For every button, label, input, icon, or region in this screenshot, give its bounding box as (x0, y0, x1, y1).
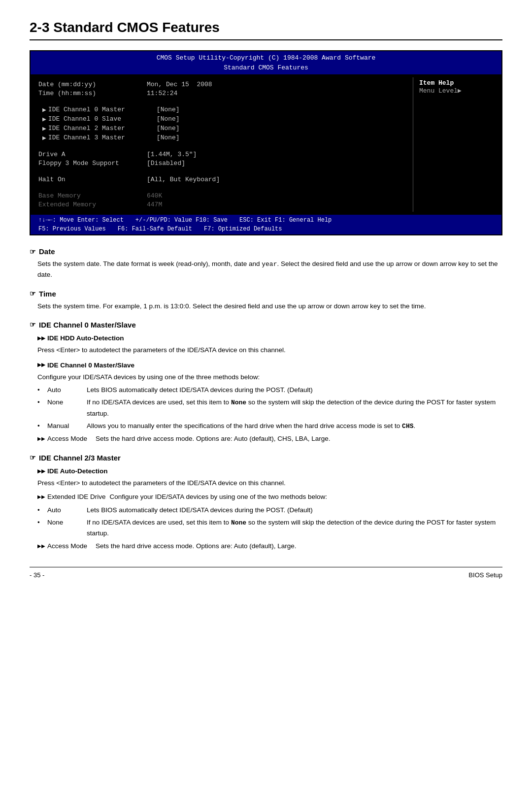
section-ide23-heading: IDE Channel 2/3 Master (30, 454, 502, 462)
bios-help-panel: Item Help Menu Level▶ (413, 77, 501, 212)
ide0-bullet-manual: • Manual Allows you to manually enter th… (37, 421, 502, 431)
ide23-extended-intro: Configure your IDE/SATA devices by using… (110, 492, 328, 502)
bios-date-value: Mon, Dec 15 2008 (147, 81, 212, 88)
bios-time-label: Time (hh:mm:ss) (38, 90, 147, 97)
ide0-bullet-auto: • Auto Lets BIOS automatically detect ID… (37, 385, 502, 395)
bios-extmem-label: Extended Memory (38, 201, 147, 208)
page-footer: - 35 - BIOS Setup (30, 567, 502, 579)
bios-drivea-label: Drive A (38, 151, 147, 158)
ide0-bullet-none: • None If no IDE/SATA devices are used, … (37, 397, 502, 419)
ide0-access-mode-row: Access Mode Sets the hard drive access m… (37, 433, 502, 444)
bios-ide0slave-label: IDE Channel 0 Slave (48, 115, 157, 123)
bios-header-line1: CMOS Setup Utility-Copyright (C) 1984-20… (31, 53, 501, 63)
ide0-autodetect-text: Press <Enter> to autodetect the paramete… (37, 345, 502, 356)
bios-ide3master-row: ▶ IDE Channel 3 Master [None] (38, 134, 405, 142)
bios-floppy3-value: [Disabled] (147, 160, 185, 167)
section-time-heading: Time (30, 290, 502, 298)
bios-footer-row1: ↑↓→←: Move Enter: Select +/-/PU/PD: Valu… (38, 217, 332, 224)
ide0-bullet-list: • Auto Lets BIOS automatically detect ID… (37, 385, 502, 431)
bios-ide0master-value: [None] (157, 106, 180, 114)
bios-ide0slave-row: ▶ IDE Channel 0 Slave [None] (38, 115, 405, 123)
bios-ide3master-value: [None] (157, 134, 180, 142)
ide0-channel-intro: Configure your IDE/SATA devices by using… (37, 372, 502, 383)
page-title: 2-3 Standard CMOS Features (30, 20, 502, 40)
section-time: Time Sets the system time. For example, … (30, 290, 502, 312)
bios-footer-esc: ESC: Exit F1: General Help (239, 217, 332, 224)
bios-floppy3-row: Floppy 3 Mode Support [Disabled] (38, 160, 405, 167)
bios-time-row: Time (hh:mm:ss) 11:52:24 (38, 90, 405, 97)
bios-help-text: Menu Level▶ (419, 87, 496, 95)
bios-footer: ↑↓→←: Move Enter: Select +/-/PU/PD: Valu… (31, 215, 501, 234)
ide23-access-mode-text: Sets the hard drive access mode. Options… (96, 541, 502, 552)
section-time-body: Sets the system time. For example, 1 p.m… (37, 301, 502, 312)
section-ide23-body: IDE Auto-Detection Press <Enter> to auto… (37, 466, 502, 552)
bios-time-value: 11:52:24 (147, 90, 177, 97)
ide0-channel-heading: IDE Channel 0 Master/Slave (37, 360, 502, 371)
bios-ide2master-value: [None] (157, 125, 180, 132)
ide23-extended-row: ▶▶Extended IDE Drive Configure your IDE/… (37, 492, 502, 502)
bios-floppy3-label: Floppy 3 Mode Support (38, 160, 147, 167)
ide23-bullet-list: • Auto Lets BIOS automatically detect ID… (37, 505, 502, 539)
section-ide0-heading: IDE Channel 0 Master/Slave (30, 321, 502, 329)
ide0-autodetect-heading: IDE HDD Auto-Detection (37, 333, 502, 344)
section-date-heading: Date (30, 247, 502, 256)
bios-ide2master-row: ▶ IDE Channel 2 Master [None] (38, 125, 405, 132)
ide0-access-mode-text: Sets the hard drive access mode. Options… (96, 433, 502, 444)
bios-basemem-row: Base Memory 640K (38, 192, 405, 199)
bios-basemem-label: Base Memory (38, 192, 147, 199)
bios-ide0slave-value: [None] (157, 115, 180, 123)
bios-ide0master-row: ▶ IDE Channel 0 Master [None] (38, 106, 405, 114)
ide0-access-mode-label: Access Mode (37, 433, 92, 444)
footer-bios-label: BIOS Setup (468, 571, 502, 579)
ide23-access-mode-label: Access Mode (37, 541, 92, 552)
bios-footer-f7: F7: Optimized Defaults (204, 226, 282, 232)
ide23-extended-label: ▶▶Extended IDE Drive (37, 492, 106, 502)
bios-left-panel: Date (mm:dd:yy) Mon, Dec 15 2008 Time (h… (31, 77, 413, 212)
ide23-bullet-none: • None If no IDE/SATA devices are used, … (37, 517, 502, 539)
ide23-autodetect-heading: IDE Auto-Detection (37, 466, 502, 477)
bios-drivea-row: Drive A [1.44M, 3.5"] (38, 151, 405, 158)
bios-header: CMOS Setup Utility-Copyright (C) 1984-20… (31, 51, 501, 74)
bios-body: Date (mm:dd:yy) Mon, Dec 15 2008 Time (h… (31, 74, 501, 215)
bios-ide3master-label: IDE Channel 3 Master (48, 134, 157, 142)
ide23-bullet-auto: • Auto Lets BIOS automatically detect ID… (37, 505, 502, 516)
bios-halton-value: [All, But Keyboard] (147, 176, 220, 183)
ide23-access-mode-row: Access Mode Sets the hard drive access m… (37, 541, 502, 552)
section-ide23: IDE Channel 2/3 Master IDE Auto-Detectio… (30, 454, 502, 552)
bios-footer-value: +/-/PU/PD: Value F10: Save (135, 217, 228, 224)
bios-extmem-value: 447M (147, 201, 162, 208)
bios-ide0master-label: IDE Channel 0 Master (48, 106, 157, 114)
bios-basemem-value: 640K (147, 192, 162, 199)
bios-extmem-row: Extended Memory 447M (38, 201, 405, 208)
bios-ide2master-label: IDE Channel 2 Master (48, 125, 157, 132)
bios-help-title: Item Help (419, 79, 496, 87)
bios-footer-f5: F5: Previous Values (38, 226, 106, 232)
bios-halton-label: Halt On (38, 176, 147, 183)
bios-screenshot: CMOS Setup Utility-Copyright (C) 1984-20… (30, 50, 502, 235)
bios-header-line2: Standard CMOS Features (31, 63, 501, 73)
section-date-body: Sets the system date. The date format is… (37, 259, 502, 281)
section-ide0: IDE Channel 0 Master/Slave IDE HDD Auto-… (30, 321, 502, 445)
section-date: Date Sets the system date. The date form… (30, 247, 502, 281)
ide23-autodetect-text: Press <Enter> to autodetect the paramete… (37, 478, 502, 489)
bios-footer-row2: F5: Previous Values F6: Fail-Safe Defaul… (38, 226, 282, 232)
bios-drivea-value: [1.44M, 3.5"] (147, 151, 197, 158)
bios-footer-f6: F6: Fail-Safe Default (118, 226, 192, 232)
bios-date-row: Date (mm:dd:yy) Mon, Dec 15 2008 (38, 81, 405, 88)
bios-halton-row: Halt On [All, But Keyboard] (38, 176, 405, 183)
bios-date-label: Date (mm:dd:yy) (38, 81, 147, 88)
footer-page-number: - 35 - (30, 571, 44, 579)
bios-footer-nav: ↑↓→←: Move Enter: Select (38, 217, 124, 224)
section-ide0-body: IDE HDD Auto-Detection Press <Enter> to … (37, 333, 502, 445)
